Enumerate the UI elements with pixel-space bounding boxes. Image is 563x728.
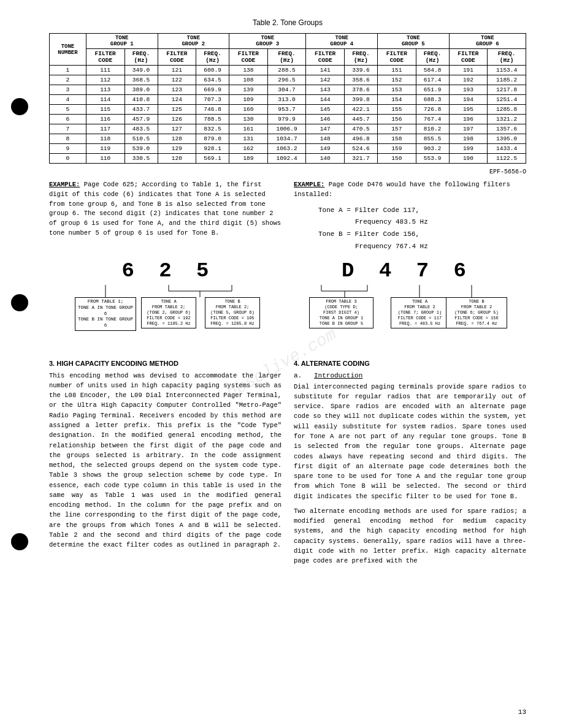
tone-b-eq: Tone B = Filter Code 156, [318,229,526,241]
diag-left-svg: FROM TABLE 1;TONE A IN TONE GROUP 6TONE … [74,284,264,345]
section4a-heading: a. Introduction [294,372,526,379]
diag-right-box2: TONE AFROM TABLE 2(TONE 7; GROUP 1)FILTE… [391,297,449,328]
diag-left: 6 2 5 FROM TABLE 1;TONE A IN TONE GROUP … [49,259,288,345]
diag-left-box2: TONE AFROM TABLE 2;(TONE 2, GROUP 6)FILT… [141,297,196,328]
diag-right-svg: FROM TABLE 3(CODE TYPE D;FIRST DIGIT 4)T… [303,284,511,345]
freq-a-eq: Frequency 483.5 Hz [355,216,526,229]
col-group4: TONEGROUP 4 [306,34,378,49]
example-left-text: EXAMPLE: Page Code 625; According to Tab… [49,180,282,238]
epf-reference: EPF-5656-O [49,169,526,175]
table-title: Table 2. Tone Groups [49,18,526,27]
table-row: 9119539.0129928.11621063.2149524.6159903… [50,144,526,154]
table-row: 6116457.9126788.5130979.9146445.7156767.… [50,115,526,124]
section4-heading: 4. ALTERNATE CODING [294,360,526,367]
sections-3-4: 3. HIGH CAPACITY ENCODING METHOD This en… [49,351,526,571]
col-freq-4: FREQ.(Hz) [345,49,378,66]
col-freq-2: FREQ.(Hz) [196,49,229,66]
table-row: 2112368.5122634.5108296.5142358.6152617.… [50,75,526,85]
example-right-label: EXAMPLE: [294,181,324,188]
table-row: 5115433.7125746.8160953.7145422.1155726.… [50,105,526,115]
section4-body2: Two alternate encoding methods are used … [294,506,526,566]
diag-left-box3: TONE BFROM TABLE 2;(TONE 5, GROUP 6)FILT… [205,297,260,328]
col-filter-3: FILTERCODE [229,49,268,66]
example-left-col: EXAMPLE: Page Code 625; According to Tab… [49,180,282,253]
code-left: 6 2 5 [121,259,215,282]
tone-a-eq: Tone A = Filter Code 117, [318,205,526,217]
table-row: 8118510.5128879.01311034.7148496.8158855… [50,134,526,144]
freq-b-eq: Frequency 767.4 Hz [355,241,526,253]
col-group3: TONEGROUP 3 [229,34,306,49]
example-right-col: EXAMPLE: Page Code D476 would have the f… [294,180,526,253]
col-group1: TONEGROUP 1 [86,34,158,49]
example-right-text: EXAMPLE: Page Code D476 would have the f… [294,180,526,200]
diagram-wrapper: 6 2 5 FROM TABLE 1;TONE A IN TONE GROUP … [49,259,526,345]
table-row: 0110330.5120569.11891092.4140321.7150553… [50,154,526,164]
margin-circle-1 [11,98,28,115]
section3-col: 3. HIGH CAPACITY ENCODING METHOD This en… [49,351,282,571]
section4-col: 4. ALTERNATE CODING a. Introduction Dial… [294,351,526,571]
col-tone-number: TONENUMBER [50,34,86,66]
col-filter-1: FILTERCODE [86,49,124,66]
section3-heading: 3. HIGH CAPACITY ENCODING METHOD [49,360,282,367]
section4-body1: Dial interconnected paging terminals pro… [294,382,526,501]
col-freq-1: FREQ.(Hz) [124,49,158,66]
tone-equations: Tone A = Filter Code 117, Frequency 483.… [318,205,526,253]
col-filter-6: FILTERCODE [449,49,488,66]
col-filter-2: FILTERCODE [158,49,196,66]
examples-section: EXAMPLE: Page Code 625; According to Tab… [49,180,526,253]
table-row: 4114410.8124707.3109313.0144399.8154688.… [50,95,526,105]
col-group6: TONEGROUP 6 [449,34,526,49]
table-row: 1111349.0121600.9138288.5141339.6151584.… [50,66,526,75]
section3-body: This encoding method was devised to acco… [49,371,282,550]
example-left-label: EXAMPLE: [49,181,80,188]
col-group2: TONEGROUP 2 [158,34,229,49]
col-freq-3: FREQ.(Hz) [267,49,306,66]
diag-left-box1: FROM TABLE 1;TONE A IN TONE GROUP 6TONE … [75,297,136,331]
col-freq-5: FREQ.(Hz) [416,49,449,66]
tone-groups-table: TONENUMBER TONEGROUP 1 TONEGROUP 2 TONEG… [49,33,526,164]
code-right: D 4 7 6 [342,259,472,282]
diag-right-box1: FROM TABLE 3(CODE TYPE D;FIRST DIGIT 4)T… [309,297,373,328]
diag-right: D 4 7 6 FROM TABLE 3(CODE TYPE D;FIRST D… [288,259,526,345]
page-number: 13 [518,708,526,716]
margin-circle-2 [11,294,28,311]
margin-circle-3 [11,533,28,550]
col-filter-4: FILTERCODE [306,49,345,66]
col-freq-6: FREQ.(Hz) [488,49,526,66]
table-row: 7117483.5127832.51611006.9147470.5157810… [50,124,526,134]
table-row: 3113389.0123669.9139304.7143378.6153651.… [50,85,526,95]
col-filter-5: FILTERCODE [378,49,416,66]
diag-right-box3: TONE BFROM TABLE 2(TONE 6; GROUP 5)FILTE… [446,297,507,328]
col-group5: TONEGROUP 5 [378,34,450,49]
